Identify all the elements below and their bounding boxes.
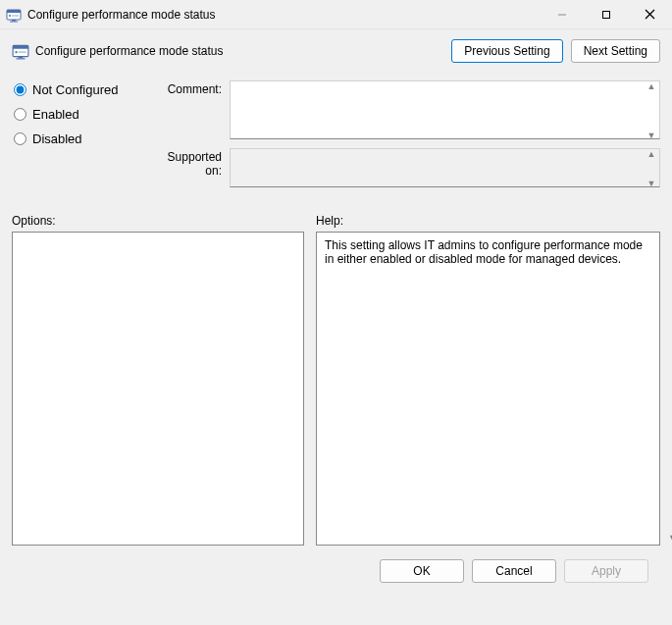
comment-label: Comment:: [155, 80, 230, 96]
help-text: This setting allows IT admins to configu…: [325, 238, 643, 266]
svg-point-14: [15, 51, 17, 53]
footer-buttons: OK Cancel Apply: [12, 546, 660, 583]
supported-row: Supported on: ▲ ▼: [155, 148, 660, 190]
radio-disabled[interactable]: Disabled: [14, 131, 139, 146]
window-controls: [540, 0, 672, 28]
radio-enabled-input[interactable]: [14, 108, 26, 121]
svg-rect-11: [13, 45, 28, 48]
svg-rect-7: [602, 11, 609, 18]
page-title: Configure performance mode status: [35, 44, 451, 58]
comment-row: Comment: ▲ ▼: [155, 80, 660, 142]
svg-rect-15: [19, 51, 26, 53]
minimize-button[interactable]: [540, 0, 584, 28]
titlebar: Configure performance mode status: [0, 0, 672, 29]
radio-not-configured-label: Not Configured: [32, 82, 118, 97]
svg-point-4: [9, 15, 11, 17]
maximize-button[interactable]: [584, 0, 628, 28]
next-setting-button[interactable]: Next Setting: [571, 39, 660, 63]
content-area: Configure performance mode status Previo…: [0, 29, 672, 591]
radio-enabled[interactable]: Enabled: [14, 107, 139, 122]
window-title: Configure performance mode status: [27, 8, 540, 22]
svg-rect-5: [12, 15, 19, 16]
lower-labels: Options: Help:: [12, 214, 660, 228]
scroll-down-icon: ▼: [668, 534, 672, 543]
previous-setting-button[interactable]: Previous Setting: [451, 39, 562, 63]
svg-rect-13: [17, 58, 26, 59]
radio-enabled-label: Enabled: [32, 107, 79, 122]
lower-panels: This setting allows IT admins to configu…: [12, 232, 660, 546]
apply-button[interactable]: Apply: [564, 559, 648, 583]
comment-wrap: ▲ ▼: [230, 80, 660, 142]
help-panel: This setting allows IT admins to configu…: [316, 232, 660, 546]
radio-disabled-input[interactable]: [14, 132, 26, 145]
close-button[interactable]: [628, 0, 672, 28]
supported-label: Supported on:: [155, 148, 230, 178]
policy-setting-icon: [6, 7, 22, 23]
svg-rect-1: [7, 10, 21, 13]
nav-buttons: Previous Setting Next Setting: [451, 39, 660, 63]
radio-not-configured[interactable]: Not Configured: [14, 82, 139, 97]
supported-wrap: ▲ ▼: [230, 148, 660, 190]
supported-input: [230, 148, 660, 187]
state-radios: Not Configured Enabled Disabled: [12, 80, 139, 156]
header-row: Configure performance mode status Previo…: [12, 39, 660, 63]
svg-rect-12: [19, 57, 24, 59]
help-label: Help:: [316, 214, 343, 228]
svg-rect-2: [12, 20, 16, 22]
ok-button[interactable]: OK: [380, 559, 464, 583]
radio-not-configured-input[interactable]: [14, 83, 26, 96]
policy-setting-icon: [12, 42, 29, 60]
comment-input[interactable]: [230, 80, 660, 139]
svg-rect-3: [10, 21, 18, 22]
upper-section: Not Configured Enabled Disabled Comment:…: [12, 80, 660, 196]
cancel-button[interactable]: Cancel: [472, 559, 556, 583]
options-label: Options:: [12, 214, 304, 228]
fields: Comment: ▲ ▼ Supported on: ▲ ▼: [155, 80, 660, 196]
options-panel: [12, 232, 304, 546]
radio-disabled-label: Disabled: [32, 131, 82, 146]
